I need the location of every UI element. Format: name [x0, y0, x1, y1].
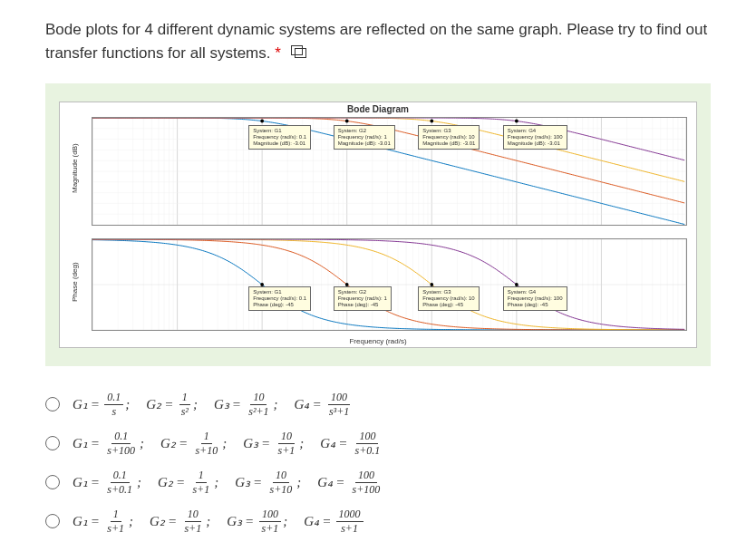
- option-3[interactable]: G₁ = 0.1s+0.1;G₂ = 1s+1;G₃ = 10s+10;G₄ =…: [45, 469, 711, 497]
- ylabel-magnitude: Magnitude (dB): [71, 143, 79, 193]
- option-2[interactable]: G₁ = 0.1s+100;G₂ = 1s+10;G₃ = 10s+1;G₄ =…: [45, 430, 711, 458]
- mag-tooltip: System: G3Frequency (rad/s): 10Magnitude…: [418, 125, 480, 150]
- phase-tooltip: System: G2Frequency (rad/s): 1Phase (deg…: [334, 286, 392, 312]
- svg-point-76: [260, 119, 264, 122]
- ylabel-phase: Phase (deg): [71, 262, 79, 302]
- option-formula: G₁ = 0.1s+0.1;G₂ = 1s+1;G₃ = 10s+10;G₄ =…: [73, 469, 392, 497]
- mag-tooltip: System: G2Frequency (rad/s): 1Magnitude …: [334, 125, 395, 150]
- radio-button[interactable]: [45, 475, 60, 489]
- mag-tooltip: System: G1Frequency (rad/s): 0.1Magnitud…: [248, 125, 311, 150]
- svg-point-77: [345, 119, 349, 122]
- question-body: Bode plots for 4 different dynamic syste…: [45, 21, 707, 62]
- svg-rect-0: [291, 46, 302, 55]
- chart-panel: Bode Diagram Magnitude (dB) Phase (deg) …: [45, 83, 711, 366]
- answer-options: G₁ = 0.1s;G₂ = 1s²;G₃ = 10s²+1;G₄ = 100s…: [0, 366, 756, 542]
- magnitude-plot: System: G1Frequency (rad/s): 0.1Magnitud…: [92, 117, 687, 226]
- required-marker: *: [275, 44, 281, 62]
- chart-title: Bode Diagram: [60, 102, 696, 116]
- question-text: Bode plots for 4 different dynamic syste…: [45, 18, 711, 65]
- option-formula: G₁ = 1s+1;G₂ = 10s+1;G₃ = 100s+1;G₄ = 10…: [73, 508, 373, 536]
- svg-point-79: [515, 119, 519, 122]
- xlabel: Frequency (rad/s): [349, 337, 406, 345]
- option-4[interactable]: G₁ = 1s+1;G₂ = 10s+1;G₃ = 100s+1;G₄ = 10…: [45, 508, 711, 536]
- radio-button[interactable]: [45, 514, 60, 528]
- image-icon[interactable]: [291, 42, 307, 65]
- option-formula: G₁ = 0.1s+100;G₂ = 1s+10;G₃ = 10s+1;G₄ =…: [73, 430, 392, 458]
- option-1[interactable]: G₁ = 0.1s;G₂ = 1s²;G₃ = 10s²+1;G₄ = 100s…: [45, 391, 711, 419]
- svg-point-78: [430, 119, 433, 122]
- phase-tooltip: System: G4Frequency (rad/s): 100Phase (d…: [503, 286, 567, 312]
- phase-tooltip: System: G1Frequency (rad/s): 0.1Phase (d…: [248, 286, 311, 312]
- bode-chart[interactable]: Bode Diagram Magnitude (dB) Phase (deg) …: [59, 102, 697, 348]
- radio-button[interactable]: [45, 436, 60, 450]
- phase-tooltip: System: G3Frequency (rad/s): 10Phase (de…: [418, 286, 479, 312]
- svg-rect-1: [295, 49, 305, 58]
- question-block: Bode plots for 4 different dynamic syste…: [0, 0, 756, 74]
- radio-button[interactable]: [45, 397, 60, 411]
- phase-plot: System: G1Frequency (rad/s): 0.1Phase (d…: [92, 238, 687, 331]
- option-formula: G₁ = 0.1s;G₂ = 1s²;G₃ = 10s²+1;G₄ = 100s…: [73, 391, 361, 419]
- mag-tooltip: System: G4Frequency (rad/s): 100Magnitud…: [503, 125, 567, 150]
